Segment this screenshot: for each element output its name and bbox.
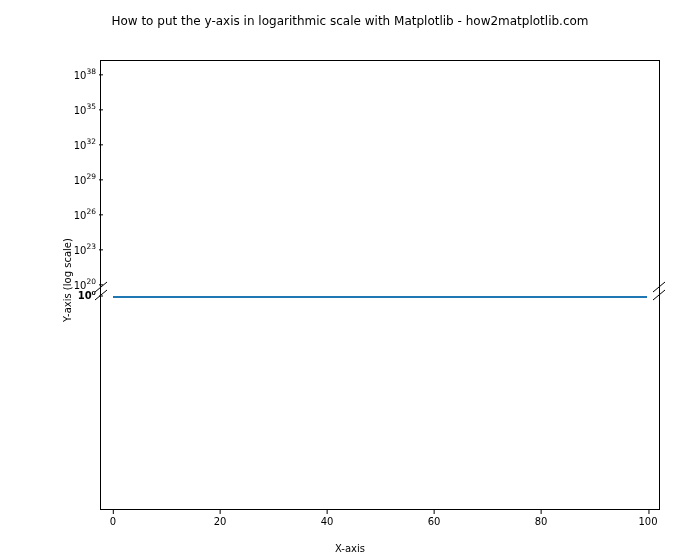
x-tick: 100 <box>638 516 657 527</box>
y-tick-break-low: 10⁰ <box>78 290 96 301</box>
figure: How to put the y-axis in logarithmic sca… <box>0 0 700 560</box>
x-tick: 80 <box>535 516 548 527</box>
x-tick: 60 <box>428 516 441 527</box>
x-tick-label: 100 <box>638 516 657 527</box>
x-tick-label: 20 <box>214 516 227 527</box>
y-tick: 1029 <box>74 172 96 185</box>
axes-area <box>100 60 660 510</box>
line-series-1 <box>113 296 647 298</box>
svg-line-3 <box>653 290 665 300</box>
y-tick: 1032 <box>74 137 96 150</box>
x-axis-label: X-axis <box>0 543 700 554</box>
x-tick-label: 80 <box>535 516 548 527</box>
y-tick: 1038 <box>74 67 96 80</box>
y-axis-label: Y-axis (log scale) <box>62 238 73 322</box>
y-tick: 1026 <box>74 207 96 220</box>
x-tick-label: 0 <box>110 516 116 527</box>
x-tick: 20 <box>214 516 227 527</box>
x-tick: 0 <box>110 516 116 527</box>
axis-break-left-upper <box>94 280 108 294</box>
y-tick: 1035 <box>74 102 96 115</box>
y-tick: 1023 <box>74 242 96 255</box>
x-tick-label: 60 <box>428 516 441 527</box>
x-tick-label: 40 <box>321 516 334 527</box>
svg-line-2 <box>653 282 665 292</box>
axis-break-right-lower <box>652 288 666 302</box>
axis-break-right-upper <box>652 280 666 294</box>
chart-title: How to put the y-axis in logarithmic sca… <box>0 14 700 28</box>
x-tick: 40 <box>321 516 334 527</box>
